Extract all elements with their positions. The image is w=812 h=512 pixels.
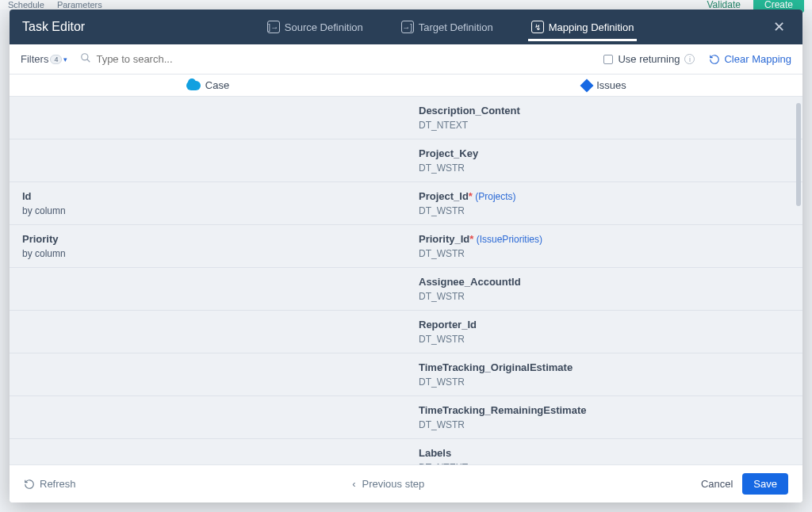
source-cell[interactable]: [10, 268, 406, 310]
svg-line-1: [87, 59, 90, 63]
filters-label: Filters: [21, 53, 48, 65]
lookup-link[interactable]: (IssuePriorities): [473, 234, 542, 245]
mapping-row[interactable]: TimeTracking_OriginalEstimateDT_WSTR: [10, 353, 802, 396]
target-cell[interactable]: LabelsDT_NTEXT: [406, 439, 802, 464]
search-wrap: [80, 52, 239, 66]
target-def-icon: →]: [401, 21, 414, 33]
salesforce-icon: [186, 81, 201, 90]
tab-target-definition[interactable]: →] Target Definition: [398, 13, 496, 41]
use-returning-label: Use returning: [618, 53, 680, 65]
source-cell[interactable]: Priorityby column: [10, 225, 406, 267]
column-headers: Case Issues: [10, 75, 802, 97]
refresh-label: Refresh: [40, 478, 76, 490]
undo-icon: [709, 54, 720, 65]
background-toolbar: Schedule Parameters Validate Create: [0, 0, 812, 10]
mapping-row[interactable]: Project_KeyDT_WSTR: [10, 139, 802, 182]
filter-toolbar: Filters 4 ▾ Use returning i Clear Mappin…: [10, 44, 802, 75]
target-field-type: DT_WSTR: [419, 248, 790, 259]
bg-parameters: Parameters: [57, 0, 102, 10]
source-cell[interactable]: [10, 439, 406, 464]
lookup-link[interactable]: (Projects): [473, 191, 516, 202]
source-cell[interactable]: Idby column: [10, 182, 406, 224]
mapping-row[interactable]: Reporter_IdDT_WSTR: [10, 311, 802, 353]
target-field-type: DT_WSTR: [419, 162, 790, 174]
target-field-type: DT_WSTR: [419, 205, 790, 216]
target-cell[interactable]: Description_ContentDT_NTEXT: [406, 97, 802, 139]
info-icon[interactable]: i: [684, 54, 695, 64]
bg-schedule: Schedule: [8, 0, 44, 10]
tab-label: Mapping Definition: [549, 21, 634, 33]
chevron-left-icon: ‹: [352, 478, 355, 490]
prev-step-label: Previous step: [362, 478, 425, 490]
target-name: Issues: [596, 79, 626, 91]
tab-label: Source Definition: [285, 21, 363, 33]
source-cell[interactable]: [10, 396, 406, 438]
source-cell[interactable]: [10, 353, 406, 395]
filters-dropdown[interactable]: Filters 4 ▾: [21, 53, 67, 65]
source-cell[interactable]: [10, 139, 406, 181]
target-cell[interactable]: Assignee_AccountIdDT_WSTR: [406, 268, 802, 310]
mapping-row[interactable]: Assignee_AccountIdDT_WSTR: [10, 268, 802, 311]
modal-title: Task Editor: [22, 20, 85, 34]
target-field-name: TimeTracking_OriginalEstimate: [419, 361, 790, 373]
target-field-name: Project_Key: [419, 147, 790, 159]
target-field-name: Project_Id* (Projects): [419, 190, 790, 202]
scrollbar-thumb[interactable]: [796, 103, 801, 206]
source-map-mode: by column: [22, 205, 393, 216]
target-cell[interactable]: Project_KeyDT_WSTR: [406, 139, 802, 181]
target-cell[interactable]: Priority_Id* (IssuePriorities)DT_WSTR: [406, 225, 802, 267]
mapping-row[interactable]: Priorityby columnPriority_Id* (IssuePrio…: [10, 225, 802, 268]
target-field-name: Labels: [419, 447, 790, 459]
target-field-name: Reporter_Id: [419, 319, 790, 331]
target-field-type: DT_WSTR: [419, 291, 790, 302]
save-button[interactable]: Save: [742, 473, 788, 495]
target-cell[interactable]: Reporter_IdDT_WSTR: [406, 311, 802, 353]
target-field-type: DT_WSTR: [419, 419, 790, 430]
clear-mapping-label: Clear Mapping: [724, 53, 791, 65]
source-cell[interactable]: [10, 311, 406, 353]
mapping-row[interactable]: TimeTracking_RemainingEstimateDT_WSTR: [10, 396, 802, 439]
target-column-header: Issues: [406, 75, 802, 96]
cancel-button[interactable]: Cancel: [701, 478, 733, 490]
checkbox-icon: [603, 55, 613, 64]
task-editor-modal: Task Editor ]→ Source Definition →] Targ…: [10, 10, 802, 502]
filters-count-badge: 4: [50, 55, 62, 64]
clear-mapping-button[interactable]: Clear Mapping: [709, 53, 791, 65]
target-cell[interactable]: TimeTracking_OriginalEstimateDT_WSTR: [406, 353, 802, 395]
tab-mapping-definition[interactable]: ↯ Mapping Definition: [528, 13, 638, 41]
target-field-name: Description_Content: [419, 105, 790, 117]
tab-source-definition[interactable]: ]→ Source Definition: [264, 13, 366, 41]
target-field-type: DT_WSTR: [419, 334, 790, 345]
refresh-icon: [24, 479, 35, 490]
source-map-mode: by column: [22, 248, 393, 259]
search-input[interactable]: [96, 53, 239, 65]
use-returning-checkbox[interactable]: Use returning i: [603, 53, 695, 65]
source-field-name: Id: [22, 190, 393, 202]
jira-icon: [580, 78, 594, 92]
svg-point-0: [82, 54, 88, 60]
tab-label: Target Definition: [419, 21, 493, 33]
chevron-down-icon: ▾: [63, 55, 67, 63]
mapping-row[interactable]: LabelsDT_NTEXT: [10, 439, 802, 464]
source-def-icon: ]→: [267, 21, 280, 33]
target-field-name: Priority_Id* (IssuePriorities): [419, 233, 790, 245]
close-icon[interactable]: ✕: [768, 15, 790, 39]
target-cell[interactable]: Project_Id* (Projects)DT_WSTR: [406, 182, 802, 224]
target-field-name: TimeTracking_RemainingEstimate: [419, 404, 790, 416]
modal-header: Task Editor ]→ Source Definition →] Targ…: [10, 10, 802, 44]
mapping-def-icon: ↯: [531, 21, 544, 33]
target-field-type: DT_NTEXT: [419, 120, 790, 131]
source-column-header: Case: [10, 75, 406, 96]
header-tabs: ]→ Source Definition →] Target Definitio…: [139, 13, 762, 41]
target-cell[interactable]: TimeTracking_RemainingEstimateDT_WSTR: [406, 396, 802, 438]
search-icon: [80, 52, 91, 66]
source-cell[interactable]: [10, 97, 406, 139]
target-field-name: Assignee_AccountId: [419, 276, 790, 288]
mapping-row[interactable]: Idby columnProject_Id* (Projects)DT_WSTR: [10, 182, 802, 225]
refresh-button[interactable]: Refresh: [24, 478, 76, 490]
mapping-row[interactable]: Description_ContentDT_NTEXT: [10, 97, 802, 139]
source-name: Case: [205, 79, 229, 91]
previous-step-button[interactable]: ‹ Previous step: [76, 478, 701, 490]
mapping-grid[interactable]: Description_ContentDT_NTEXTProject_KeyDT…: [10, 97, 802, 464]
target-field-type: DT_WSTR: [419, 376, 790, 388]
